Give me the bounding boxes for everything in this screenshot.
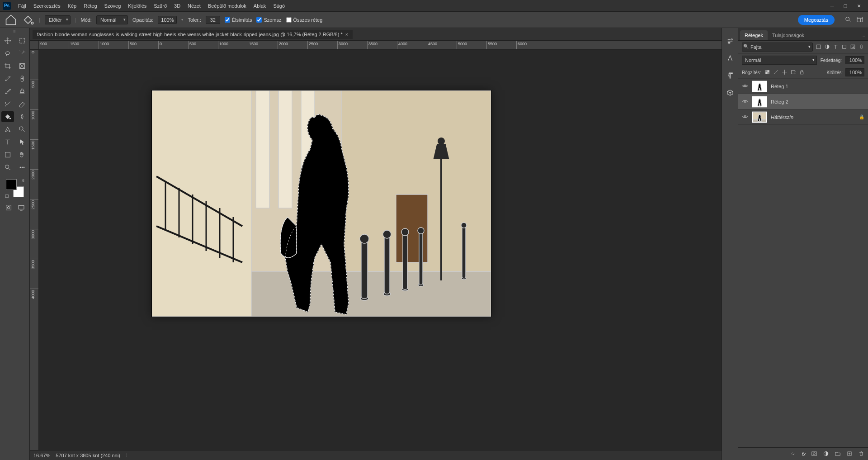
blend-mode-select[interactable]: Normál [96, 15, 128, 24]
layer-name[interactable]: Réteg 2 [771, 99, 864, 104]
more-tools-icon[interactable] [16, 162, 28, 173]
character-panel-icon[interactable] [726, 54, 734, 63]
all-layers-checkbox[interactable]: Összes réteg [286, 17, 323, 23]
layer-name[interactable]: Háttérszín [771, 114, 855, 120]
panel-menu-icon[interactable]: ≡ [860, 31, 868, 40]
workspace-icon[interactable] [856, 16, 863, 24]
layer-thumbnail[interactable] [752, 111, 767, 123]
lock-artboard-icon[interactable] [790, 69, 796, 76]
lock-pixels-icon[interactable] [764, 69, 770, 76]
layer-blend-mode-select[interactable]: Normál [742, 56, 817, 65]
layer-name[interactable]: Réteg 1 [771, 84, 864, 89]
filter-type-icon[interactable] [833, 44, 839, 51]
screenmode-icon[interactable] [16, 203, 26, 213]
layer-thumbnail[interactable] [752, 81, 767, 92]
menu-item[interactable]: Fájl [14, 3, 30, 9]
layer-mask-icon[interactable] [811, 451, 817, 458]
zoom-level[interactable]: 16.67% [33, 453, 50, 458]
eyedropper-tool-icon[interactable] [1, 73, 14, 84]
visibility-toggle-icon[interactable] [742, 114, 748, 121]
layer-fx-icon[interactable]: fx [802, 451, 806, 457]
magic-wand-tool-icon[interactable] [16, 48, 28, 59]
filter-toggle-icon[interactable] [859, 44, 864, 51]
filter-smart-icon[interactable] [850, 44, 856, 51]
contiguous-checkbox[interactable]: Szomsz [256, 17, 281, 23]
lock-position-icon[interactable] [782, 69, 788, 76]
paragraph-panel-icon[interactable] [726, 71, 734, 81]
shape-tool-icon[interactable] [1, 149, 14, 160]
fill-source-select[interactable]: Előtér [45, 15, 71, 24]
document-tab[interactable]: fashion-blonde-woman-sunglasses-is-walki… [33, 30, 353, 39]
menu-item[interactable]: Kijelölés [124, 3, 150, 9]
visibility-toggle-icon[interactable] [742, 83, 748, 90]
tolerance-input[interactable]: 32 [206, 16, 220, 24]
layer-thumbnail[interactable] [752, 96, 767, 108]
layer-row[interactable]: Háttérszín🔒 [738, 109, 868, 125]
new-layer-icon[interactable] [846, 451, 853, 458]
menu-item[interactable]: Kép [64, 3, 80, 9]
menu-item[interactable]: Réteg [80, 3, 100, 9]
menu-item[interactable]: Súgó [269, 3, 288, 9]
properties-tab[interactable]: Tulajdonságok [768, 30, 809, 40]
link-layers-icon[interactable] [790, 451, 796, 458]
antialias-checkbox[interactable]: Élsimítás [225, 17, 252, 23]
menu-item[interactable]: Szerkesztés [30, 3, 64, 9]
maximize-button[interactable]: ❐ [844, 2, 847, 9]
search-icon[interactable] [844, 16, 852, 24]
opacity-input[interactable]: 100% [158, 16, 177, 24]
menu-item[interactable]: Nézet [184, 3, 204, 9]
menu-item[interactable]: Szűrő [150, 3, 170, 9]
eraser-tool-icon[interactable] [16, 99, 28, 109]
healing-tool-icon[interactable] [16, 73, 28, 84]
hand-tool-icon[interactable] [16, 149, 28, 160]
stamp-tool-icon[interactable] [16, 86, 28, 97]
path-select-tool-icon[interactable] [16, 137, 28, 147]
color-swatches[interactable]: ⤭ ◱ [6, 179, 24, 197]
layer-row[interactable]: Réteg 1 [738, 79, 868, 94]
swap-colors-icon[interactable]: ⤭ [21, 178, 25, 183]
zoom-tool-icon[interactable] [1, 162, 14, 173]
layer-opacity-input[interactable]: 100% [845, 56, 864, 64]
share-button[interactable]: Megosztás [798, 15, 835, 25]
close-button[interactable]: ✕ [857, 2, 861, 9]
type-tool-icon[interactable] [1, 137, 14, 147]
adjustment-layer-icon[interactable] [823, 451, 829, 458]
lasso-tool-icon[interactable] [1, 48, 14, 59]
group-layers-icon[interactable] [835, 451, 841, 458]
layer-row[interactable]: Réteg 2 [738, 94, 868, 109]
bucket-tool-icon[interactable] [22, 14, 34, 26]
canvas[interactable] [152, 90, 491, 317]
filter-shape-icon[interactable] [841, 44, 847, 51]
lock-all-icon[interactable] [799, 69, 805, 76]
home-icon[interactable] [5, 14, 17, 26]
bucket-tool-icon[interactable] [1, 111, 14, 122]
default-colors-icon[interactable]: ◱ [5, 194, 9, 198]
move-tool-icon[interactable] [1, 35, 14, 46]
filter-adjust-icon[interactable] [824, 44, 830, 51]
frame-tool-icon[interactable] [16, 61, 28, 71]
panel-drag-handle[interactable]: ⠿ [0, 30, 29, 33]
quickmask-icon[interactable] [4, 203, 14, 213]
menu-item[interactable]: Beépülő modulok [204, 3, 250, 9]
visibility-toggle-icon[interactable] [742, 98, 748, 105]
foreground-color-swatch[interactable] [6, 179, 17, 190]
minimize-button[interactable]: — [830, 2, 834, 9]
blur-tool-icon[interactable] [16, 111, 28, 122]
3d-panel-icon[interactable] [726, 89, 734, 98]
close-tab-icon[interactable]: × [345, 32, 348, 37]
crop-tool-icon[interactable] [1, 61, 14, 71]
lock-brush-icon[interactable] [773, 69, 779, 76]
filter-pixel-icon[interactable] [816, 44, 821, 51]
marquee-tool-icon[interactable] [16, 35, 28, 46]
status-menu-arrow-icon[interactable]: 〉 [126, 453, 129, 458]
layers-tab[interactable]: Rétegek [740, 30, 768, 40]
history-brush-tool-icon[interactable] [1, 99, 14, 109]
properties-icon[interactable] [726, 37, 734, 46]
dodge-tool-icon[interactable] [16, 124, 28, 135]
pen-tool-icon[interactable] [1, 124, 14, 135]
menu-item[interactable]: Szöveg [101, 3, 125, 9]
menu-item[interactable]: 3D [170, 3, 184, 9]
delete-layer-icon[interactable] [858, 451, 864, 458]
canvas-viewport[interactable]: 9001500100050005001000150020002500300035… [30, 41, 722, 450]
menu-item[interactable]: Ablak [250, 3, 270, 9]
